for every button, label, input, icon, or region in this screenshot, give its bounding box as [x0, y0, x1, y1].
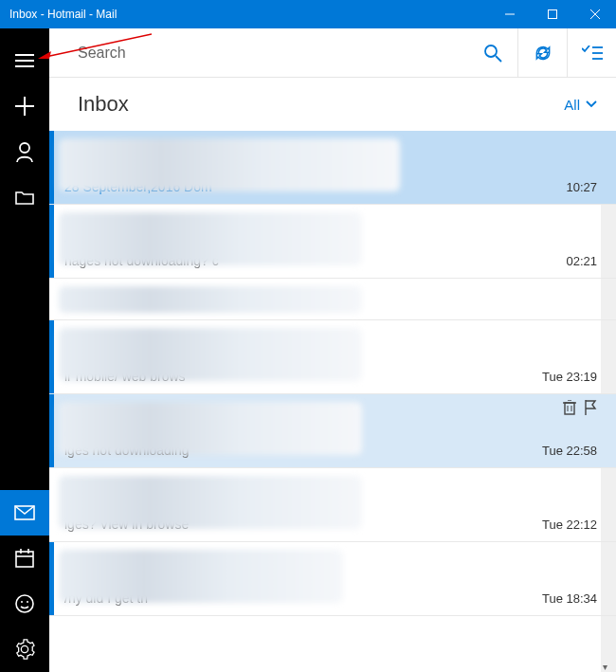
- svg-point-21: [21, 601, 23, 603]
- message-item[interactable]: or the third consecutiges not downloadin…: [49, 394, 616, 468]
- message-item[interactable]: iges? View in browseTue 22:12: [49, 468, 616, 542]
- redacted-sender: [59, 402, 362, 455]
- redacted-sender: [59, 550, 343, 603]
- svg-rect-13: [16, 552, 33, 567]
- search-input[interactable]: [78, 45, 468, 62]
- scroll-down-icon[interactable]: ▾: [603, 662, 607, 672]
- settings-button[interactable]: [0, 627, 49, 672]
- svg-point-20: [16, 595, 33, 612]
- message-item[interactable]: SALE !!!🏠🏠/hy did I get thTue 18:34: [49, 542, 616, 616]
- message-list[interactable]: ▴ ▾ 28 September,2016 Dom10:27ffers. Che…: [49, 131, 616, 672]
- minimize-button[interactable]: [488, 0, 531, 28]
- calendar-button[interactable]: [0, 536, 49, 581]
- maximize-button[interactable]: [531, 0, 573, 28]
- folders-button[interactable]: [0, 174, 49, 220]
- svg-point-23: [485, 45, 497, 57]
- svg-point-11: [20, 143, 29, 153]
- search-button[interactable]: [468, 28, 517, 78]
- sync-button[interactable]: [517, 28, 567, 78]
- redacted-sender: [59, 286, 362, 313]
- chevron-down-icon: [586, 100, 597, 108]
- redacted-sender: [59, 212, 362, 265]
- svg-point-22: [27, 601, 28, 603]
- sidebar: [0, 28, 49, 672]
- message-time: 02:21: [566, 254, 597, 268]
- message-time: Tue 18:34: [542, 591, 597, 606]
- message-time: Tue 22:58: [542, 444, 597, 458]
- message-item[interactable]: [49, 279, 616, 320]
- flag-icon[interactable]: [584, 400, 597, 415]
- message-item[interactable]: 28 September,2016 Dom10:27: [49, 131, 616, 205]
- folder-title: Inbox: [78, 92, 564, 117]
- folder-header: Inbox All: [49, 78, 616, 131]
- message-item[interactable]: ffers. Check now!nages not downloading? …: [49, 205, 616, 279]
- message-time: Tue 23:19: [542, 370, 597, 384]
- select-mode-button[interactable]: [567, 28, 616, 78]
- message-item[interactable]: ir mobile/ web browsTue 23:19: [49, 320, 616, 394]
- delete-icon[interactable]: [563, 400, 576, 415]
- main-pane: Inbox All ▴ ▾ 28 September,2016 Dom10:27…: [49, 28, 616, 672]
- filter-label: All: [564, 97, 580, 113]
- hamburger-button[interactable]: [0, 38, 49, 83]
- new-mail-button[interactable]: [0, 83, 49, 129]
- window-title: Inbox - Hotmail - Mail: [9, 8, 488, 21]
- toolbar: [49, 28, 616, 78]
- title-bar: Inbox - Hotmail - Mail: [0, 0, 616, 28]
- accounts-button[interactable]: [0, 129, 49, 174]
- close-button[interactable]: [573, 0, 616, 28]
- filter-dropdown[interactable]: All: [564, 97, 597, 113]
- message-time: 10:27: [566, 180, 597, 194]
- svg-line-24: [496, 56, 501, 62]
- svg-rect-1: [548, 10, 556, 19]
- redacted-sender: [59, 476, 362, 529]
- redacted-sender: [59, 328, 362, 381]
- svg-rect-28: [565, 403, 574, 414]
- redacted-sender: [59, 138, 400, 191]
- feedback-button[interactable]: [0, 581, 49, 627]
- message-time: Tue 22:12: [542, 518, 597, 532]
- mail-button[interactable]: [0, 490, 49, 536]
